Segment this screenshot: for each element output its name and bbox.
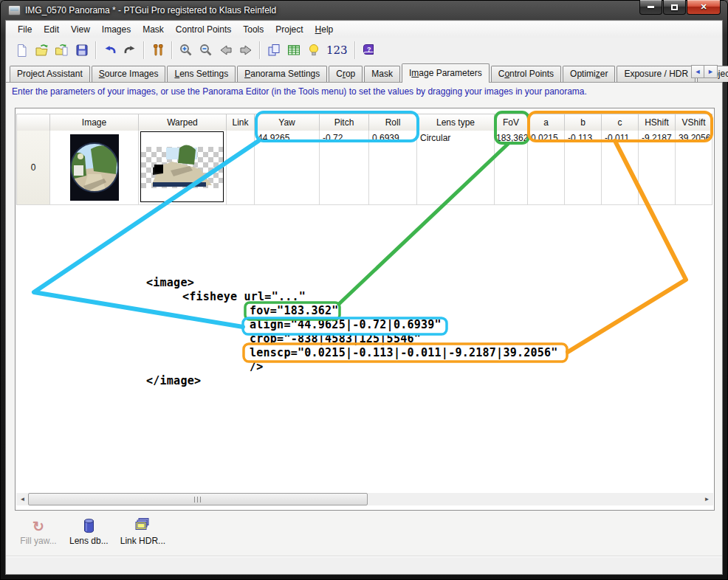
previous-image-button[interactable]: [216, 41, 236, 61]
scroll-left-button[interactable]: ◄: [16, 493, 29, 505]
column-header-link[interactable]: Link: [227, 114, 255, 131]
tools-button[interactable]: [148, 41, 168, 61]
roll-cell[interactable]: 0,6939: [369, 131, 417, 205]
code-line-lenscp: lenscp="0.0215|-0.113|-0.011|-9.2187|39.…: [250, 346, 558, 359]
fill-yaw-icon: ↻: [32, 519, 44, 534]
menu-mask[interactable]: Mask: [137, 22, 170, 37]
tab-source-images[interactable]: Source Images: [92, 66, 166, 82]
warped-image-cell[interactable]: [139, 131, 227, 205]
c-cell[interactable]: -0,011: [602, 131, 639, 205]
next-image-button[interactable]: [236, 41, 255, 61]
tab-scroll-right-button[interactable]: ►: [704, 65, 718, 78]
link-cell[interactable]: [227, 131, 255, 205]
menu-edit[interactable]: Edit: [38, 22, 65, 37]
column-header-roll[interactable]: Roll: [369, 114, 417, 131]
column-header-warped[interactable]: Warped: [139, 114, 227, 131]
maximize-button[interactable]: [663, 0, 686, 15]
open-folder-icon: [35, 43, 49, 58]
menu-file[interactable]: File: [12, 22, 38, 37]
column-header-yaw[interactable]: Yaw: [255, 114, 320, 131]
yaw-cell[interactable]: 44,9265: [255, 131, 320, 205]
vshift-cell[interactable]: 39,2056: [676, 131, 712, 205]
tab-optimizer[interactable]: Optimizer: [563, 66, 615, 82]
menu-images[interactable]: Images: [96, 22, 137, 37]
column-header-fov[interactable]: FoV: [495, 114, 528, 131]
tools-icon: [151, 43, 165, 58]
redo-button[interactable]: [120, 41, 140, 61]
column-header-pitch[interactable]: Pitch: [320, 114, 369, 131]
ptgui-window: IMG_0570 Panorama * - PTGui Pro register…: [0, 0, 728, 580]
close-button[interactable]: ✕: [687, 0, 721, 15]
close-icon: ✕: [700, 3, 707, 11]
save-icon: [75, 44, 89, 57]
link-hdr-label: Link HDR...: [120, 536, 165, 546]
tab-panorama-settings[interactable]: Panorama Settings: [237, 66, 327, 82]
tab-mask[interactable]: Mask: [364, 66, 400, 82]
arrow-left-icon: [219, 44, 233, 57]
column-header-rownum[interactable]: [16, 114, 50, 131]
column-header-lens-type[interactable]: Lens type: [417, 114, 495, 131]
tab-image-parameters[interactable]: Image Parameters: [402, 63, 490, 83]
link-hdr-button[interactable]: Link HDR...: [120, 514, 165, 546]
tab-lens-settings[interactable]: Lens Settings: [167, 66, 236, 82]
arrow-right-icon: [238, 44, 253, 57]
help-button[interactable]: ?: [359, 41, 379, 61]
scroll-right-button[interactable]: ►: [701, 493, 713, 505]
menu-help[interactable]: Help: [309, 22, 340, 37]
titlebar[interactable]: IMG_0570 Panorama * - PTGui Pro register…: [0, 0, 728, 21]
undo-button[interactable]: [100, 41, 120, 61]
tab-control-points[interactable]: Control Points: [491, 66, 561, 82]
scrollbar-thumb[interactable]: [28, 493, 368, 505]
detail-view-button[interactable]: [284, 41, 303, 61]
b-cell[interactable]: -0,113: [565, 131, 602, 205]
save-project-button[interactable]: [72, 41, 92, 61]
zoom-out-button[interactable]: [196, 41, 216, 61]
open-copy-button[interactable]: [52, 41, 72, 61]
fill-yaw-button[interactable]: ↻ Fill yaw...: [19, 514, 58, 546]
row-index-cell[interactable]: 0: [16, 131, 50, 205]
toolbar-separator: [354, 41, 355, 59]
menu-project[interactable]: Project: [269, 22, 309, 37]
table-icon: [286, 43, 301, 58]
lens-database-button[interactable]: Lens db...: [69, 514, 109, 546]
column-header-b[interactable]: b: [565, 114, 602, 131]
source-image-cell[interactable]: [50, 131, 139, 205]
new-project-button[interactable]: [12, 41, 32, 61]
numeric-transform-button[interactable]: 123: [323, 41, 351, 61]
column-header-image[interactable]: Image: [50, 114, 139, 131]
tab-scroller: ◄ ►: [691, 65, 718, 78]
preview-button[interactable]: [303, 41, 323, 61]
fov-cell[interactable]: 183,362: [495, 131, 528, 205]
light-bulb-icon: [307, 43, 320, 58]
zoom-in-button[interactable]: [176, 41, 196, 61]
minimize-button[interactable]: [639, 0, 662, 15]
maximize-icon: [671, 4, 678, 10]
chevron-left-icon: ◄: [695, 68, 701, 75]
redo-icon: [122, 43, 138, 58]
column-header-vshift[interactable]: VShift: [676, 114, 712, 131]
tab-scroll-left-button[interactable]: ◄: [691, 65, 704, 78]
panorama-editor-button[interactable]: [264, 41, 284, 61]
column-header-a[interactable]: a: [528, 114, 565, 131]
panorama-editor-icon: [267, 43, 281, 58]
tab-crop[interactable]: Crop: [329, 66, 363, 82]
menu-view[interactable]: View: [65, 22, 96, 37]
column-header-c[interactable]: c: [602, 114, 639, 131]
menu-control-points[interactable]: Control Points: [170, 22, 237, 37]
horizontal-scrollbar[interactable]: ◄ ►: [16, 493, 713, 505]
scrollbar-grip-icon: [194, 497, 202, 503]
open-project-button[interactable]: [32, 41, 52, 61]
tab-project-assistant[interactable]: Project Assistant: [10, 66, 90, 82]
code-line-image-open: <image>: [146, 276, 194, 289]
a-cell[interactable]: 0,0215: [528, 131, 565, 205]
lens-type-cell[interactable]: Circular: [417, 131, 495, 205]
help-book-icon: ?: [361, 43, 376, 58]
warped-thumbnail: [141, 132, 223, 201]
menu-tools[interactable]: Tools: [237, 22, 269, 37]
info-text: Enter the parameters of your images, or …: [12, 86, 713, 97]
hshift-cell[interactable]: -9,2187: [639, 131, 676, 205]
code-line-align: align="44.9625|-0.72|0.6939": [250, 318, 442, 331]
tab-exposure-hdr[interactable]: Exposure / HDR: [617, 66, 696, 82]
column-header-hshift[interactable]: HShift: [639, 114, 676, 131]
pitch-cell[interactable]: -0,72: [320, 131, 369, 205]
